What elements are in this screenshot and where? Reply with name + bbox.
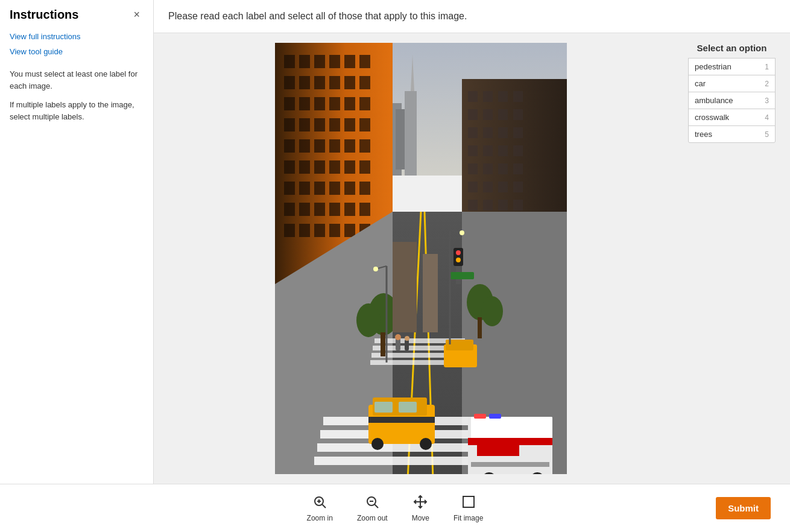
svg-rect-88 [498,200,508,211]
svg-rect-64 [498,91,508,102]
svg-rect-137 [393,242,417,332]
svg-rect-66 [468,109,478,120]
svg-rect-52 [329,203,340,216]
option-crosswalk-number: 4 [765,113,769,122]
options-title: Select an option [688,43,776,53]
zoom-in-button[interactable]: Zoom in [307,495,333,522]
svg-rect-59 [344,224,355,237]
svg-rect-33 [314,139,325,153]
svg-rect-35 [344,139,355,153]
svg-point-130 [456,250,461,255]
svg-rect-18 [359,76,370,89]
svg-rect-27 [314,118,325,131]
zoom-in-label: Zoom in [307,514,333,522]
svg-rect-57 [314,224,325,237]
svg-rect-4 [396,109,405,169]
svg-rect-116 [477,444,519,456]
svg-rect-38 [299,160,310,174]
svg-rect-62 [468,91,478,102]
option-crosswalk[interactable]: crosswalk 4 [688,109,776,126]
zoom-out-button[interactable]: Zoom out [357,495,388,522]
svg-rect-75 [483,145,493,156]
svg-rect-15 [314,76,325,89]
svg-rect-37 [284,160,295,174]
svg-rect-108 [399,402,417,413]
move-button[interactable]: Move [412,495,429,522]
svg-rect-117 [471,462,549,467]
option-car[interactable]: car 2 [688,75,776,92]
svg-rect-107 [374,402,393,413]
svg-point-144 [373,267,378,271]
svg-point-123 [356,303,381,337]
svg-rect-47 [344,182,355,195]
svg-rect-14 [299,76,310,89]
svg-rect-54 [359,203,370,216]
fit-image-button[interactable]: Fit image [453,495,483,522]
option-pedestrian-label: pedestrian [695,62,732,71]
svg-rect-34 [329,139,340,153]
svg-rect-39 [314,160,325,174]
svg-rect-45 [314,182,325,195]
svg-rect-22 [329,97,340,110]
svg-rect-19 [284,97,295,110]
svg-rect-21 [314,97,325,110]
sidebar-instructions-text: You must select at least one label for e… [10,68,144,130]
svg-rect-72 [498,127,508,138]
svg-rect-13 [284,76,295,89]
svg-point-131 [456,258,461,262]
svg-rect-106 [368,417,435,423]
option-car-label: car [695,79,706,88]
option-trees[interactable]: trees 5 [688,125,776,143]
svg-rect-77 [513,145,523,156]
zoom-out-icon [365,495,379,511]
svg-rect-16 [329,76,340,89]
svg-rect-53 [344,203,355,216]
option-ambulance-label: ambulance [695,96,733,105]
svg-rect-41 [344,160,355,174]
svg-rect-76 [498,145,508,156]
svg-rect-63 [483,91,493,102]
option-trees-number: 5 [765,130,769,139]
svg-rect-71 [483,127,493,138]
svg-rect-70 [468,127,478,138]
svg-rect-80 [498,163,508,174]
option-crosswalk-label: crosswalk [695,113,729,122]
svg-rect-84 [498,182,508,192]
svg-rect-85 [513,182,523,192]
svg-rect-50 [299,203,310,216]
svg-rect-26 [299,118,310,131]
view-tool-guide-link[interactable]: View tool guide [10,47,144,56]
svg-rect-67 [483,109,493,120]
street-scene-image [275,43,567,474]
option-trees-label: trees [695,130,712,139]
svg-rect-40 [329,160,340,174]
svg-rect-17 [344,76,355,89]
content-area: Please read each label and select all of… [154,0,790,484]
svg-rect-48 [359,182,370,195]
sidebar-title: Instructions [10,8,78,22]
sidebar: Instructions × View full instructions Vi… [0,0,154,484]
svg-rect-82 [468,182,478,192]
instruction-bar: Please read each label and select all of… [154,0,790,33]
svg-rect-42 [359,160,370,174]
svg-rect-83 [483,182,493,192]
svg-rect-23 [344,97,355,110]
option-ambulance[interactable]: ambulance 3 [688,92,776,109]
close-button[interactable]: × [130,7,144,22]
svg-rect-3 [405,91,417,176]
svg-rect-89 [513,200,523,211]
svg-rect-65 [513,91,523,102]
option-pedestrian[interactable]: pedestrian 1 [688,58,776,75]
image-options-layout: Select an option pedestrian 1 car 2 ambu… [154,33,790,484]
options-panel: Select an option pedestrian 1 car 2 ambu… [688,43,776,474]
submit-button[interactable]: Submit [716,497,771,519]
svg-rect-11 [344,55,355,68]
svg-rect-127 [478,317,482,338]
move-label: Move [412,514,429,522]
svg-rect-55 [284,224,295,237]
move-icon [413,495,428,511]
sidebar-header: Instructions × [10,7,144,22]
svg-rect-81 [513,163,523,174]
option-pedestrian-number: 1 [765,63,769,71]
view-full-instructions-link[interactable]: View full instructions [10,32,144,41]
